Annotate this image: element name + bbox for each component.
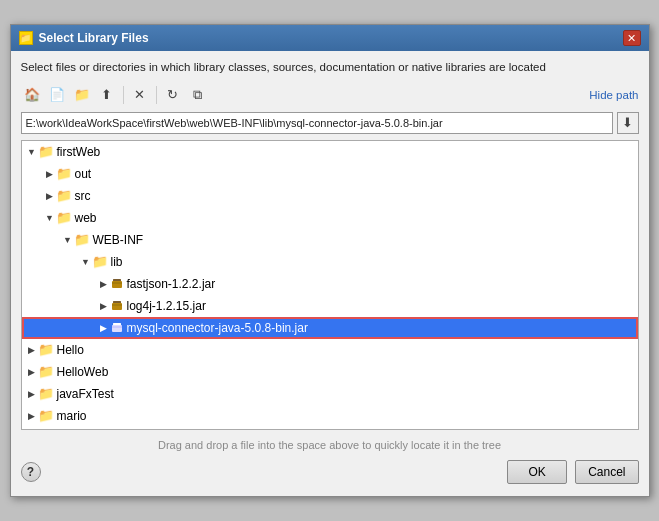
file-tree[interactable]: ▼📁firstWeb▶📁out▶📁src▼📁web▼📁WEB-INF▼📁lib▶… bbox=[21, 140, 639, 430]
close-button[interactable]: ✕ bbox=[623, 30, 641, 46]
tree-item[interactable]: ▶ log4j-1.2.15.jar bbox=[22, 295, 638, 317]
footer: ? OK Cancel bbox=[21, 460, 639, 488]
expand-arrow: ▶ bbox=[44, 169, 56, 179]
ok-button[interactable]: OK bbox=[507, 460, 567, 484]
expand-arrow: ▶ bbox=[98, 323, 110, 333]
item-label: mysql-connector-java-5.0.8-bin.jar bbox=[127, 321, 308, 335]
item-label: firstWeb bbox=[57, 145, 101, 159]
refresh-button[interactable]: ↻ bbox=[162, 84, 184, 106]
dialog-title: Select Library Files bbox=[39, 31, 149, 45]
tree-item[interactable]: ▼📁web bbox=[22, 207, 638, 229]
expand-arrow: ▶ bbox=[26, 411, 38, 421]
delete-button[interactable]: ✕ bbox=[129, 84, 151, 106]
item-label: Hello bbox=[57, 343, 84, 357]
svg-rect-3 bbox=[113, 301, 121, 303]
hide-path-link[interactable]: Hide path bbox=[589, 89, 638, 101]
item-label: src bbox=[75, 189, 91, 203]
svg-rect-6 bbox=[113, 323, 121, 325]
expand-arrow: ▶ bbox=[26, 389, 38, 399]
copy-button[interactable]: ⧉ bbox=[187, 84, 209, 106]
expand-arrow: ▼ bbox=[62, 235, 74, 245]
item-label: out bbox=[75, 167, 92, 181]
expand-arrow: ▶ bbox=[26, 367, 38, 377]
folder-icon: 📁 bbox=[92, 254, 108, 269]
tree-item[interactable]: ▼📁WEB-INF bbox=[22, 229, 638, 251]
tree-item[interactable]: ▶📁out bbox=[22, 163, 638, 185]
folder-icon: 📁 bbox=[56, 166, 72, 181]
folder-icon: 📁 bbox=[38, 364, 54, 379]
svg-rect-7 bbox=[112, 325, 122, 332]
item-label: WEB-INF bbox=[93, 233, 144, 247]
expand-arrow: ▼ bbox=[80, 257, 92, 267]
drag-drop-hint: Drag and drop a file into the space abov… bbox=[21, 436, 639, 454]
new-folder-button[interactable]: 📁 bbox=[71, 84, 93, 106]
item-label: mario bbox=[57, 409, 87, 423]
item-label: lib bbox=[111, 255, 123, 269]
path-bar: ⬇ bbox=[21, 112, 639, 134]
separator2 bbox=[156, 86, 157, 104]
tree-item[interactable]: ▶📁MyTest bbox=[22, 427, 638, 430]
item-label: HelloWeb bbox=[57, 365, 109, 379]
svg-rect-0 bbox=[113, 279, 121, 281]
tree-item[interactable]: ▶📁mario bbox=[22, 405, 638, 427]
item-label: web bbox=[75, 211, 97, 225]
tree-item[interactable]: ▼📁firstWeb bbox=[22, 141, 638, 163]
expand-arrow: ▼ bbox=[44, 213, 56, 223]
separator bbox=[123, 86, 124, 104]
jar-icon bbox=[110, 321, 124, 335]
folder-icon: 📁 bbox=[38, 408, 54, 423]
folder-icon: 📁 bbox=[38, 386, 54, 401]
expand-arrow: ▶ bbox=[26, 345, 38, 355]
folder-icon: 📁 bbox=[56, 210, 72, 225]
toolbar: 🏠 📄 📁 ⬆ ✕ ↻ ⧉ Hide path bbox=[21, 84, 639, 106]
jar-icon bbox=[110, 277, 124, 291]
folder-button[interactable]: 📄 bbox=[46, 84, 68, 106]
folder-icon: 📁 bbox=[74, 232, 90, 247]
item-label: fastjson-1.2.2.jar bbox=[127, 277, 216, 291]
svg-rect-4 bbox=[112, 303, 122, 310]
cancel-button[interactable]: Cancel bbox=[575, 460, 638, 484]
folder-icon: 📁 bbox=[38, 342, 54, 357]
tree-item[interactable]: ▶📁javaFxTest bbox=[22, 383, 638, 405]
up-button[interactable]: ⬆ bbox=[96, 84, 118, 106]
dialog-icon: 📁 bbox=[19, 31, 33, 45]
tree-item[interactable]: ▶📁Hello bbox=[22, 339, 638, 361]
home-button[interactable]: 🏠 bbox=[21, 84, 43, 106]
expand-arrow: ▶ bbox=[44, 191, 56, 201]
path-input[interactable] bbox=[21, 112, 613, 134]
svg-rect-1 bbox=[112, 281, 122, 288]
title-bar-left: 📁 Select Library Files bbox=[19, 31, 149, 45]
jar-icon bbox=[110, 299, 124, 313]
select-library-dialog: 📁 Select Library Files ✕ Select files or… bbox=[10, 24, 650, 496]
folder-icon: 📁 bbox=[38, 144, 54, 159]
expand-arrow: ▶ bbox=[98, 279, 110, 289]
description-text: Select files or directories in which lib… bbox=[21, 59, 639, 75]
title-bar: 📁 Select Library Files ✕ bbox=[11, 25, 649, 51]
folder-icon: 📁 bbox=[56, 188, 72, 203]
tree-item[interactable]: ▶📁HelloWeb bbox=[22, 361, 638, 383]
toolbar-left: 🏠 📄 📁 ⬆ ✕ ↻ ⧉ bbox=[21, 84, 209, 106]
tree-item[interactable]: ▶ fastjson-1.2.2.jar bbox=[22, 273, 638, 295]
dialog-body: Select files or directories in which lib… bbox=[11, 51, 649, 495]
tree-item[interactable]: ▼📁lib bbox=[22, 251, 638, 273]
item-label: javaFxTest bbox=[57, 387, 114, 401]
tree-item[interactable]: ▶📁src bbox=[22, 185, 638, 207]
help-button[interactable]: ? bbox=[21, 462, 41, 482]
expand-arrow: ▶ bbox=[98, 301, 110, 311]
expand-arrow: ▼ bbox=[26, 147, 38, 157]
item-label: log4j-1.2.15.jar bbox=[127, 299, 206, 313]
tree-item[interactable]: ▶ mysql-connector-java-5.0.8-bin.jar bbox=[22, 317, 638, 339]
path-action-button[interactable]: ⬇ bbox=[617, 112, 639, 134]
